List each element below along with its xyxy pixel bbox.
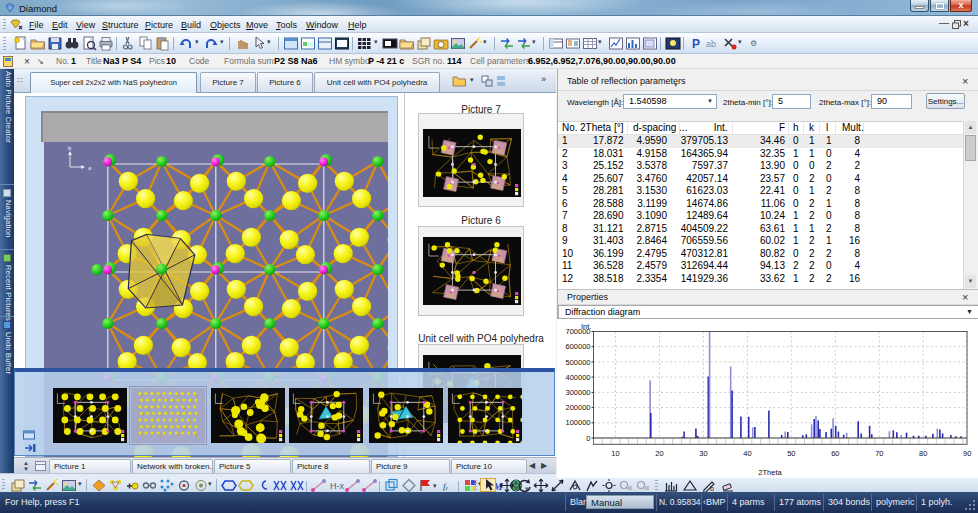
svg-text:70: 70	[875, 449, 883, 458]
svg-text:300000: 300000	[565, 388, 590, 397]
svg-text:100000: 100000	[565, 418, 590, 427]
svg-text:500000: 500000	[565, 358, 590, 367]
svg-text:80: 80	[919, 449, 927, 458]
svg-text:400000: 400000	[565, 373, 590, 382]
svg-text:b: b	[710, 485, 714, 492]
svg-text:ab: ab	[706, 39, 716, 49]
svg-text:60: 60	[831, 449, 839, 458]
svg-text:90: 90	[963, 449, 971, 458]
svg-text:200000: 200000	[565, 403, 590, 412]
svg-text:Int.: Int.	[581, 322, 591, 331]
svg-text:H-x: H-x	[330, 481, 344, 491]
svg-text:20: 20	[655, 449, 663, 458]
svg-text:40: 40	[743, 449, 751, 458]
svg-text:10: 10	[611, 449, 619, 458]
svg-text:50: 50	[787, 449, 795, 458]
svg-text:30: 30	[699, 449, 707, 458]
svg-text:fₓ: fₓ	[443, 481, 449, 491]
svg-text:P: P	[692, 37, 700, 51]
svg-text:0: 0	[586, 434, 590, 443]
svg-text:2Theta: 2Theta	[758, 468, 782, 477]
svg-text:600000: 600000	[565, 342, 590, 351]
